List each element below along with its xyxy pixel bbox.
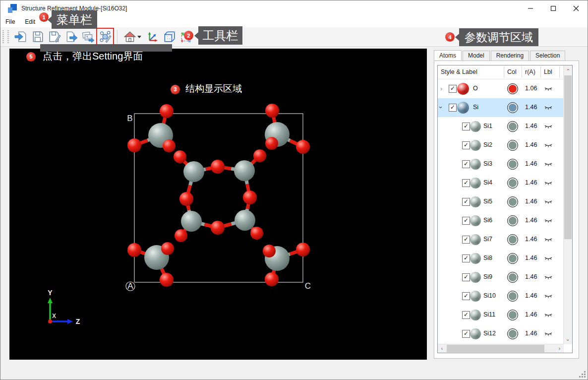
atom-row-Si6[interactable]: ✓Si61.46 <box>438 211 572 230</box>
atom-row-Si10[interactable]: ✓Si101.46 <box>438 287 572 306</box>
atom-O[interactable] <box>265 104 279 118</box>
label-eye-icon[interactable] <box>544 313 553 317</box>
atom-O[interactable] <box>163 139 176 152</box>
atom-Si[interactable] <box>234 160 255 181</box>
visibility-checkbox[interactable]: ✓ <box>462 273 470 281</box>
window-resize-grip[interactable] <box>580 372 586 378</box>
atom-O[interactable] <box>127 138 141 152</box>
home-dropdown-caret[interactable] <box>137 36 141 38</box>
atom-O[interactable] <box>243 190 257 204</box>
visibility-checkbox[interactable]: ✓ <box>462 179 470 187</box>
atom-O[interactable] <box>263 245 276 257</box>
visibility-checkbox[interactable]: ✓ <box>462 236 470 244</box>
atom-Si[interactable] <box>183 161 204 182</box>
color-swatch[interactable] <box>507 178 518 189</box>
visibility-checkbox[interactable]: ✓ <box>462 330 470 338</box>
atom-O[interactable] <box>160 104 174 118</box>
toolbar-grip[interactable] <box>2 30 4 43</box>
label-eye-icon[interactable] <box>544 237 553 242</box>
atom-row-Si11[interactable]: ✓Si111.46 <box>438 306 572 324</box>
visibility-checkbox[interactable]: ✓ <box>462 123 470 130</box>
color-swatch[interactable] <box>507 196 518 207</box>
collapse-arrow[interactable]: › <box>437 106 445 108</box>
atom-O[interactable] <box>296 243 310 256</box>
color-swatch[interactable] <box>507 234 518 245</box>
save-button[interactable] <box>30 29 46 45</box>
display-settings-button[interactable] <box>97 29 113 45</box>
visibility-checkbox[interactable]: ✓ <box>462 217 470 225</box>
atom-Si[interactable] <box>181 211 202 232</box>
atom-row-Si[interactable]: ›✓Si1.46 <box>438 98 564 117</box>
color-swatch[interactable] <box>507 310 518 320</box>
label-eye-icon[interactable] <box>544 143 553 148</box>
atom-row-Si5[interactable]: ✓Si51.46 <box>438 192 572 211</box>
color-swatch[interactable] <box>507 328 518 339</box>
label-eye-icon[interactable] <box>544 181 553 186</box>
tab-rendering[interactable]: Rendering <box>491 51 529 61</box>
label-eye-icon[interactable] <box>544 256 553 261</box>
atom-row-Si9[interactable]: ✓Si91.46 <box>438 268 572 287</box>
visibility-checkbox[interactable]: ✓ <box>449 104 457 112</box>
horizontal-scrollbar[interactable]: ‹ › <box>438 344 564 353</box>
vertical-scrollbar[interactable]: › › <box>563 65 572 344</box>
color-swatch[interactable] <box>507 253 518 264</box>
tab-selection[interactable]: Selection <box>530 51 565 61</box>
axes-toggle-button[interactable] <box>144 29 160 45</box>
atom-O[interactable] <box>296 140 310 154</box>
atom-O[interactable] <box>265 137 278 150</box>
visibility-checkbox[interactable]: ✓ <box>462 160 470 168</box>
color-swatch[interactable] <box>507 272 518 283</box>
atom-O[interactable] <box>250 227 263 240</box>
visibility-checkbox[interactable]: ✓ <box>462 311 470 319</box>
atom-row-O[interactable]: ›✓O1.06 <box>438 79 572 98</box>
atom-O[interactable] <box>175 229 187 242</box>
atom-O[interactable] <box>265 272 279 286</box>
expand-arrow[interactable]: › <box>440 85 442 92</box>
close-button[interactable] <box>565 0 588 16</box>
label-eye-icon[interactable] <box>544 124 553 129</box>
menu-edit[interactable]: Edit <box>20 17 40 27</box>
maximize-button[interactable] <box>542 0 565 16</box>
toolbar-grip[interactable] <box>7 30 9 43</box>
color-swatch[interactable] <box>507 102 518 113</box>
export-image-button[interactable] <box>80 29 96 45</box>
color-swatch[interactable] <box>507 291 518 302</box>
color-swatch[interactable] <box>507 140 518 151</box>
import-button[interactable] <box>13 29 29 45</box>
atom-O[interactable] <box>179 192 193 206</box>
tab-atoms[interactable]: Atoms <box>434 50 462 60</box>
visibility-checkbox[interactable]: ✓ <box>462 254 470 262</box>
scroll-down-arrow[interactable]: › <box>564 336 572 344</box>
label-eye-icon[interactable] <box>544 331 553 336</box>
atom-row-Si4[interactable]: ✓Si41.46 <box>438 174 572 192</box>
label-eye-icon[interactable] <box>544 86 553 91</box>
save-as-button[interactable] <box>47 29 62 45</box>
atom-row-Si8[interactable]: ✓Si81.46 <box>438 249 572 268</box>
horizontal-scroll-thumb[interactable] <box>447 345 544 352</box>
home-view-button[interactable] <box>121 29 143 45</box>
menu-file[interactable]: File <box>0 17 20 27</box>
color-swatch[interactable] <box>507 215 518 226</box>
scroll-up-arrow[interactable]: › <box>564 65 572 74</box>
atom-O[interactable] <box>161 242 174 255</box>
label-eye-icon[interactable] <box>544 218 553 223</box>
color-swatch[interactable] <box>507 121 518 132</box>
atom-O[interactable] <box>211 160 225 174</box>
structure-viewport[interactable]: BAC YZX 5 点击，弹出Setting界面 3 结构显示区域 <box>9 49 427 360</box>
atom-Si[interactable] <box>235 210 255 231</box>
atom-O[interactable] <box>253 149 266 162</box>
atom-row-Si7[interactable]: ✓Si71.46 <box>438 230 572 249</box>
atom-O[interactable] <box>160 273 174 287</box>
export-button[interactable] <box>63 29 79 45</box>
cell-toggle-button[interactable] <box>161 29 177 45</box>
atom-row-Si2[interactable]: ✓Si21.46 <box>438 136 572 155</box>
visibility-checkbox[interactable]: ✓ <box>449 85 457 93</box>
scroll-left-arrow[interactable]: ‹ <box>438 344 446 353</box>
label-eye-icon[interactable] <box>544 199 553 204</box>
visibility-checkbox[interactable]: ✓ <box>462 292 470 300</box>
label-eye-icon[interactable] <box>544 294 553 299</box>
atom-row-Si12[interactable]: ✓Si121.46 <box>438 324 572 343</box>
scroll-right-arrow[interactable]: › <box>555 344 564 353</box>
label-eye-icon[interactable] <box>544 275 553 280</box>
color-swatch[interactable] <box>507 83 518 94</box>
